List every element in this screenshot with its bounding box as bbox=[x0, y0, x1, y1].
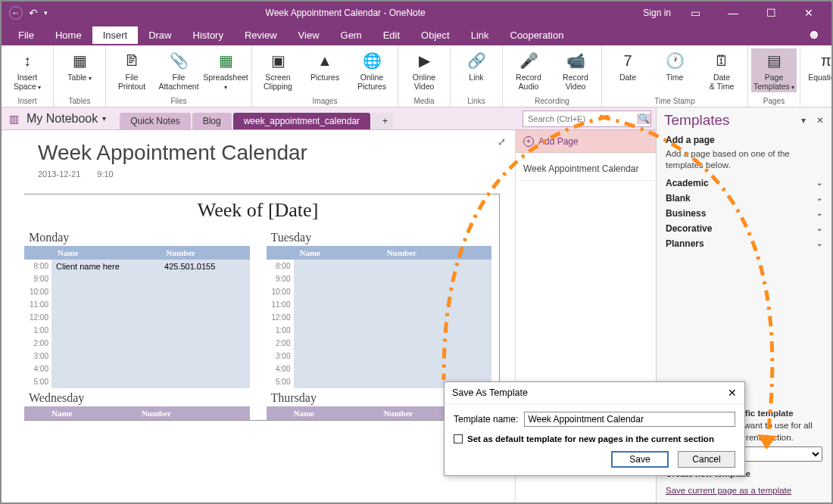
menu-edit[interactable]: Edit bbox=[373, 26, 410, 44]
chevron-down-icon: ▾ bbox=[102, 114, 106, 123]
menu-insert[interactable]: Insert bbox=[92, 26, 139, 44]
ribbon-date-time[interactable]: 🗓Date& Time bbox=[699, 48, 744, 92]
ribbon-online-pictures[interactable]: 🌐OnlinePictures bbox=[349, 48, 395, 92]
sign-in-link[interactable]: Sign in bbox=[643, 8, 671, 18]
section-tab[interactable]: Quick Notes bbox=[120, 113, 190, 129]
template-category[interactable]: Business⌄ bbox=[657, 206, 831, 221]
ribbon-pictures[interactable]: ▲Pictures bbox=[302, 48, 348, 83]
menu-history[interactable]: History bbox=[183, 26, 234, 44]
template-category[interactable]: Planners⌄ bbox=[657, 236, 831, 251]
ribbon-link[interactable]: 🔗Link bbox=[454, 48, 499, 83]
search-input[interactable] bbox=[523, 114, 637, 123]
page-canvas[interactable]: ⤢ Week Appointment Calendar 2013-12-219:… bbox=[2, 130, 515, 504]
undo-icon[interactable]: ↶ bbox=[29, 7, 38, 19]
template-category[interactable]: Academic⌄ bbox=[657, 176, 831, 191]
ribbon-page-templates[interactable]: ▤PageTemplates ▾ bbox=[751, 48, 797, 92]
templates-title: Templates bbox=[664, 112, 730, 129]
page-meta: 2013-12-219:10 bbox=[38, 170, 500, 179]
add-page-heading: Add a page bbox=[657, 133, 831, 147]
maximize-icon[interactable]: ☐ bbox=[757, 2, 785, 24]
menu-cooperation[interactable]: Cooperation bbox=[500, 26, 575, 44]
expand-icon[interactable]: ⤢ bbox=[498, 136, 506, 148]
template-category[interactable]: Decorative⌄ bbox=[657, 221, 831, 236]
save-template-dialog: Save As Template ✕ Template name: Set as… bbox=[444, 381, 745, 476]
search-box[interactable]: 🔍 bbox=[523, 110, 651, 127]
menu-file[interactable]: File bbox=[8, 26, 45, 44]
ribbon-file-attachment[interactable]: 📎FileAttachment bbox=[156, 48, 201, 92]
close-dialog-icon[interactable]: ✕ bbox=[728, 387, 737, 399]
template-category[interactable]: Blank⌄ bbox=[657, 191, 831, 206]
menu-home[interactable]: Home bbox=[45, 26, 92, 44]
ribbon-online-video[interactable]: ▶OnlineVideo bbox=[401, 48, 447, 92]
checkbox-box[interactable] bbox=[454, 434, 463, 443]
template-name-label: Template name: bbox=[454, 414, 518, 425]
search-icon[interactable]: 🔍 bbox=[637, 114, 650, 124]
default-template-checkbox[interactable]: Set as default template for new pages in… bbox=[454, 434, 735, 443]
menu-review[interactable]: Review bbox=[234, 26, 288, 44]
ribbon-options-icon[interactable]: ▭ bbox=[682, 2, 709, 24]
notebook-icon: ▥ bbox=[9, 113, 19, 125]
plus-icon: + bbox=[523, 136, 534, 147]
menu-view[interactable]: View bbox=[288, 26, 330, 44]
menu-gem[interactable]: Gem bbox=[330, 26, 373, 44]
feedback-icon[interactable]: ☻ bbox=[807, 27, 821, 42]
menu-link[interactable]: Link bbox=[460, 26, 500, 44]
notebook-bar: ▥ My Notebook ▾ Quick NotesBlogweek_appo… bbox=[2, 107, 656, 130]
page-title: Week Appointment Calendar bbox=[38, 141, 500, 165]
cancel-button[interactable]: Cancel bbox=[678, 451, 735, 468]
add-section-tab[interactable]: + bbox=[372, 113, 393, 129]
pane-options-icon[interactable]: ▾ bbox=[801, 115, 806, 126]
ribbon-screen-clipping[interactable]: ▣ScreenClipping bbox=[255, 48, 301, 92]
add-page-desc: Add a page based on one of the templates… bbox=[657, 147, 831, 176]
add-page-button[interactable]: + Add Page bbox=[516, 130, 656, 153]
ribbon-insert-space[interactable]: ↕InsertSpace ▾ bbox=[5, 48, 50, 92]
ribbon-table[interactable]: ▦Table ▾ bbox=[57, 48, 102, 83]
week-heading: Week of [Date] bbox=[24, 199, 491, 222]
section-tab[interactable]: week_appointment_calendar bbox=[233, 113, 370, 129]
back-icon[interactable]: ← bbox=[9, 6, 23, 20]
titlebar: ← ↶ ▾ Week Appointment Calendar - OneNot… bbox=[2, 2, 831, 24]
section-tab[interactable]: Blog bbox=[192, 113, 232, 129]
notebook-name[interactable]: My Notebook ▾ bbox=[27, 112, 106, 126]
ribbon-file-printout[interactable]: 🖹FilePrintout bbox=[109, 48, 154, 92]
page-list-item[interactable]: Week Appointment Calendar bbox=[516, 153, 656, 181]
dialog-title: Save As Template bbox=[452, 387, 528, 398]
menu-object[interactable]: Object bbox=[410, 26, 460, 44]
window-title: Week Appointment Calendar - OneNote bbox=[48, 8, 643, 18]
ribbon-time[interactable]: 🕐Time bbox=[652, 48, 697, 83]
template-name-input[interactable] bbox=[524, 412, 735, 427]
ribbon-date[interactable]: 7Date bbox=[605, 48, 650, 83]
ribbon: ↕InsertSpace ▾Insert▦Table ▾Tables🖹FileP… bbox=[2, 45, 831, 107]
close-pane-icon[interactable]: ✕ bbox=[816, 115, 824, 126]
menu-bar: FileHomeInsertDrawHistoryReviewViewGemEd… bbox=[2, 24, 831, 45]
close-icon[interactable]: ✕ bbox=[795, 2, 822, 24]
menu-draw[interactable]: Draw bbox=[138, 26, 182, 44]
minimize-icon[interactable]: — bbox=[719, 2, 747, 24]
ribbon-equation[interactable]: πEquation ▾ bbox=[803, 48, 833, 83]
ribbon-record-video[interactable]: 📹RecordVideo bbox=[553, 48, 598, 92]
save-button[interactable]: Save bbox=[611, 451, 669, 468]
save-as-template-link[interactable]: Save current page as a template bbox=[666, 484, 791, 496]
ribbon-record-audio[interactable]: 🎤RecordAudio bbox=[506, 48, 551, 92]
ribbon-spreadsheet[interactable]: ▦Spreadsheet ▾ bbox=[203, 48, 248, 92]
